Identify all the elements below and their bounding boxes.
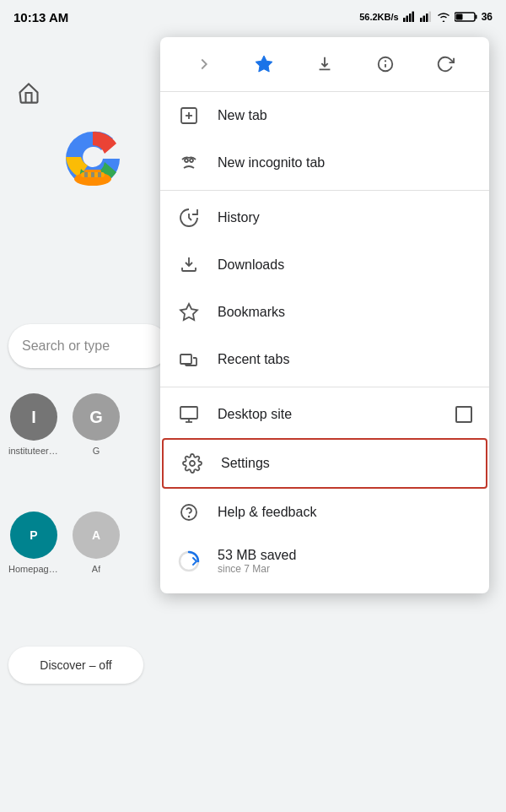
menu-item-incognito[interactable]: New incognito tab: [160, 139, 489, 187]
dropdown-menu: New tab New incognito tab History: [160, 37, 489, 593]
menu-item-desktop-site[interactable]: Desktop site: [160, 391, 489, 438]
menu-item-recent-tabs[interactable]: Recent tabs: [160, 336, 489, 383]
svg-rect-7: [428, 12, 431, 23]
wifi-icon: [436, 11, 451, 23]
svg-rect-28: [180, 407, 197, 419]
mb-saved-text: 53 MB saved since 7 Mar: [218, 548, 296, 575]
svg-marker-17: [256, 56, 272, 72]
svg-point-31: [190, 461, 195, 466]
signal-icon-2: [419, 11, 433, 23]
shortcut-label-3: Homepage ...: [8, 564, 59, 574]
bookmarks-icon: [177, 300, 201, 324]
google-logo: [51, 115, 135, 199]
battery-icon: [455, 11, 478, 23]
divider-2: [160, 387, 489, 387]
svg-rect-14: [84, 172, 88, 177]
desktop-icon: [177, 403, 201, 426]
shortcut-label-4: Af: [92, 564, 100, 574]
shortcut-homepage[interactable]: P Homepage ...: [8, 512, 59, 574]
menu-item-mb-saved[interactable]: 53 MB saved since 7 Mar: [160, 536, 489, 587]
incognito-icon: [177, 151, 201, 175]
page-info-button[interactable]: [367, 46, 404, 83]
svg-rect-27: [180, 355, 191, 364]
svg-rect-3: [412, 12, 414, 23]
history-label: History: [218, 210, 472, 225]
download-button[interactable]: [306, 46, 343, 83]
recent-tabs-label: Recent tabs: [218, 352, 472, 367]
refresh-icon: [436, 55, 455, 73]
mb-saved-main: 53 MB saved: [218, 548, 296, 563]
forward-icon: [195, 55, 213, 73]
incognito-label: New incognito tab: [218, 155, 472, 171]
shortcut-label-2: G: [93, 446, 100, 456]
menu-item-history[interactable]: History: [160, 194, 489, 241]
bookmarks-label: Bookmarks: [218, 305, 472, 320]
info-icon: [376, 55, 395, 73]
discover-button[interactable]: Discover – off: [8, 647, 143, 684]
menu-item-downloads[interactable]: Downloads: [160, 241, 489, 289]
search-placeholder: Search or type: [22, 338, 110, 354]
svg-rect-4: [420, 18, 423, 22]
toolbar-row: [160, 37, 489, 92]
shortcut-instituteerp[interactable]: I instituteerp...: [8, 393, 59, 456]
home-icon[interactable]: [17, 81, 40, 105]
star-icon: [254, 54, 274, 74]
shortcut-label-1: instituteerp...: [8, 446, 59, 456]
menu-item-help[interactable]: Help & feedback: [160, 489, 489, 536]
shortcuts-row-1: I instituteerp... G G: [8, 393, 120, 456]
settings-icon: [180, 452, 204, 475]
menu-item-new-tab[interactable]: New tab: [160, 92, 489, 139]
status-icons: 56.2KB/s 36: [359, 11, 493, 23]
battery-level: 36: [482, 11, 493, 23]
forward-button[interactable]: [186, 46, 223, 83]
menu-item-bookmarks[interactable]: Bookmarks: [160, 289, 489, 336]
svg-rect-0: [403, 18, 406, 22]
svg-rect-9: [475, 15, 476, 19]
svg-rect-2: [409, 14, 412, 22]
divider-1: [160, 190, 489, 191]
search-bar[interactable]: Search or type: [8, 324, 169, 368]
new-tab-label: New tab: [218, 108, 472, 123]
speed-indicator: 56.2KB/s: [359, 12, 398, 22]
downloads-icon: [177, 253, 201, 277]
mb-saved-sublabel: since 7 Mar: [218, 563, 296, 575]
desktop-site-label: Desktop site: [218, 407, 439, 422]
svg-point-25: [190, 159, 193, 162]
new-tab-icon: [177, 104, 201, 127]
svg-point-32: [181, 505, 196, 520]
history-icon: [177, 206, 201, 230]
shortcuts-row-2: P Homepage ... A Af: [8, 512, 120, 574]
svg-rect-6: [426, 14, 428, 22]
signal-icon-1: [402, 11, 416, 23]
status-bar: 10:13 AM 56.2KB/s 36: [0, 0, 506, 30]
bookmark-star-button[interactable]: [245, 46, 283, 83]
settings-label: Settings: [221, 456, 469, 471]
download-icon: [315, 55, 334, 73]
shortcut-gr[interactable]: G G: [73, 393, 120, 456]
svg-rect-1: [406, 16, 408, 23]
downloads-label: Downloads: [218, 257, 472, 273]
menu-item-settings[interactable]: Settings: [162, 438, 487, 489]
svg-rect-15: [91, 172, 94, 177]
status-time: 10:13 AM: [13, 10, 68, 24]
discover-label: Discover – off: [40, 658, 111, 672]
recent-tabs-icon: [177, 348, 201, 371]
desktop-site-checkbox[interactable]: [455, 406, 472, 423]
home-icon-area: [17, 81, 40, 105]
shortcut-af[interactable]: A Af: [73, 512, 120, 574]
help-icon: [177, 501, 201, 524]
svg-rect-10: [455, 14, 462, 20]
refresh-button[interactable]: [427, 46, 464, 83]
svg-rect-16: [98, 172, 101, 177]
svg-point-24: [185, 159, 188, 162]
svg-marker-26: [180, 304, 197, 320]
help-label: Help & feedback: [218, 505, 472, 520]
mb-saved-icon: [177, 549, 201, 573]
svg-rect-5: [423, 16, 425, 23]
